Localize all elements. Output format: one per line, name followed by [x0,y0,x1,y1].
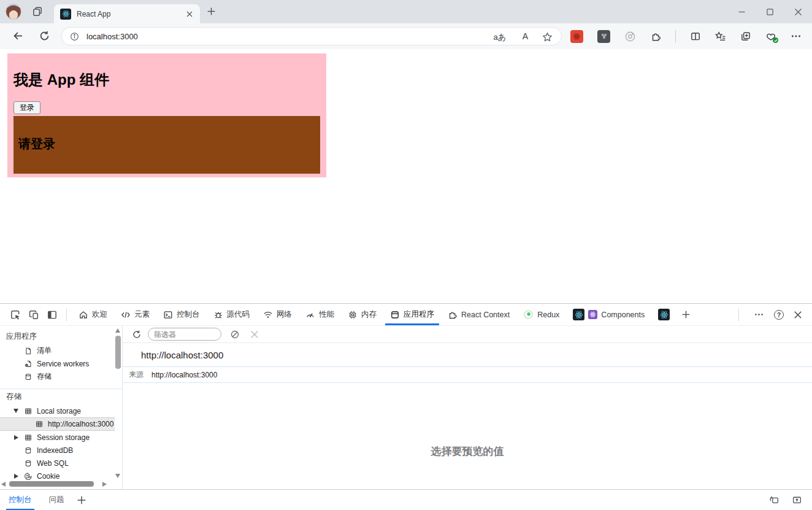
app-heading: 我是 App 组件 [7,53,326,88]
more-tabs-button[interactable] [678,310,694,319]
database-icon [24,446,33,455]
sidebar-item-manifest[interactable]: 清单 [0,344,122,357]
scrollbar-thumb[interactable] [9,481,94,487]
read-aloud-icon[interactable]: A [523,31,528,41]
preview-placeholder-text: 选择要预览的值 [431,444,504,489]
browser-tab[interactable]: React App [54,4,200,23]
scroll-left-arrow[interactable] [1,482,6,487]
collections-icon[interactable] [740,31,751,42]
devtools-drawer: 控制台 问题 [0,489,812,510]
sidebar-item-session-storage[interactable]: Session storage [0,431,122,444]
profile-avatar[interactable] [6,4,21,20]
browser-titlebar: React App [0,0,812,23]
scroll-down-arrow[interactable] [115,474,120,478]
close-window-button[interactable] [784,0,812,23]
dock-side-icon[interactable] [43,309,61,320]
table-icon [24,407,33,415]
value-preview-pane: 选择要预览的值 [123,383,812,489]
storage-grid-row-source[interactable]: 来源 http://localhost:3000 [123,367,812,383]
extension-red-icon[interactable] [570,30,583,43]
child-component-container: 请登录 [13,116,320,174]
favorites-bar-icon[interactable] [715,31,726,42]
sidebar-item-local-storage[interactable]: Local storage [0,404,122,417]
split-screen-icon[interactable] [690,31,701,42]
tab-redux[interactable]: Redux [516,304,566,325]
drawer-more-tools-icon[interactable] [77,495,86,505]
sidebar-vertical-scrollbar[interactable] [115,327,121,488]
login-message: 请登录 [13,116,320,152]
extension-disabled-icon[interactable] [624,31,636,42]
minimize-button[interactable] [727,0,756,23]
customize-devtools-icon[interactable] [754,309,764,320]
maximize-button[interactable] [756,0,784,23]
device-toolbar-icon[interactable] [25,309,43,320]
sidebar-item-origin-selected[interactable]: http://localhost:3000 [0,417,115,431]
expander-closed-icon[interactable] [13,435,19,440]
delete-selected-icon[interactable] [250,330,259,339]
devtools-tabbar-right: ? [733,309,812,321]
tab-react-context[interactable]: React Context [441,304,516,325]
application-sidebar: 应用程序 清单 Service workers 存储 [0,326,123,489]
workspaces-icon[interactable] [32,6,43,17]
close-devtools-icon[interactable] [794,311,802,319]
tab-react-profiler[interactable] [651,304,676,325]
tab-network[interactable]: 网络 [256,304,299,325]
browser-window: React App [0,0,812,510]
translate-icon[interactable]: aあ [493,32,506,43]
refresh-storage-icon[interactable] [132,330,142,339]
help-icon[interactable]: ? [774,310,784,320]
source-label: 来源 [123,369,144,380]
tab-components[interactable]: Components [566,304,651,325]
storage-grid-row-origin[interactable]: http://localhost:3000 [123,343,812,367]
cookie-icon [24,472,33,481]
tab-title: React App [77,10,185,18]
expander-open-icon[interactable] [13,409,19,413]
tab-console[interactable]: 控制台 [156,304,207,325]
expander-closed-icon[interactable] [13,474,19,479]
sidebar-horizontal-scrollbar[interactable] [1,481,114,487]
scroll-up-arrow[interactable] [115,328,120,333]
drawer-tab-issues[interactable]: 问题 [40,490,73,510]
devtools-tabbar: 欢迎 元素 控制台 源代码 网络 [0,304,812,326]
browser-essentials-icon[interactable] [765,31,776,42]
tabbar-divider [66,309,67,321]
tab-close-icon[interactable] [185,10,194,18]
sidebar-item-web-sql[interactable]: Web SQL [0,457,122,469]
document-icon [24,347,33,355]
extension-redux-icon[interactable] [597,30,610,43]
undock-drawer-icon[interactable] [769,495,779,505]
drawer-tab-console[interactable]: 控制台 [0,490,40,510]
inspect-element-icon[interactable] [6,309,25,320]
scroll-right-arrow[interactable] [102,482,107,487]
login-button[interactable]: 登录 [13,101,40,114]
address-bar[interactable]: localhost:3000 aあ A [61,27,562,45]
tab-memory[interactable]: 内存 [341,304,383,325]
extensions-puzzle-icon[interactable] [650,31,661,42]
settings-more-icon[interactable] [791,31,802,42]
back-button[interactable] [12,30,24,42]
site-info-icon[interactable] [70,32,79,41]
database-icon [24,459,33,468]
tab-elements[interactable]: 元素 [114,304,156,325]
sidebar-section-storage: 存储 [0,389,122,404]
tab-sources[interactable]: 源代码 [207,304,257,325]
clear-all-icon[interactable] [230,330,240,339]
tab-welcome[interactable]: 欢迎 [72,304,114,325]
react-devtools-icon [573,309,584,320]
components-atom-icon [588,310,597,319]
new-tab-button[interactable] [207,7,216,16]
refresh-button[interactable] [39,30,50,42]
filter-input[interactable] [148,328,221,341]
tab-application[interactable]: 应用程序 [383,304,441,325]
scrollbar-thumb[interactable] [115,336,121,369]
table-icon [24,433,33,442]
url-text[interactable]: localhost:3000 [86,32,138,41]
sidebar-item-storage[interactable]: 存储 [0,370,122,383]
tab-performance[interactable]: 性能 [299,304,341,325]
sidebar-item-service-workers[interactable]: Service workers [0,357,122,370]
storage-bucket-icon [24,373,33,381]
expand-drawer-icon[interactable] [792,495,802,505]
favorite-star-icon[interactable] [542,32,553,42]
page-viewport: 我是 App 组件 登录 请登录 [0,49,812,303]
sidebar-item-indexeddb[interactable]: IndexedDB [0,444,122,457]
